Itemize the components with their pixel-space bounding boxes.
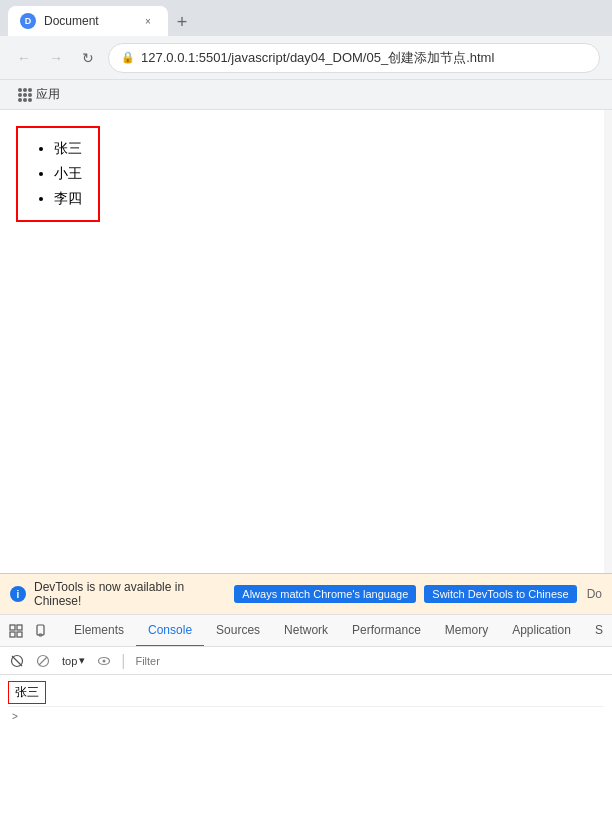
switch-language-button[interactable]: Switch DevTools to Chinese	[424, 585, 576, 603]
apps-button[interactable]: 应用	[12, 84, 66, 105]
browser-frame: D Document × + ← → ↻ 🔒 127.0.0.1:5501/ja…	[0, 0, 612, 823]
title-bar: D Document × +	[0, 0, 612, 36]
cursor-tool-icon[interactable]	[4, 619, 28, 643]
info-icon: i	[10, 586, 26, 602]
apps-grid-icon	[18, 88, 32, 102]
context-label: top	[62, 655, 77, 667]
bookmarks-bar: 应用	[0, 80, 612, 110]
svg-point-11	[103, 659, 106, 662]
tab-elements[interactable]: Elements	[62, 615, 136, 647]
tab-network[interactable]: Network	[272, 615, 340, 647]
browser-tab[interactable]: D Document ×	[8, 6, 168, 36]
tab-more[interactable]: S	[583, 615, 612, 647]
notification-text: DevTools is now available in Chinese!	[34, 580, 226, 608]
console-filter-input[interactable]	[131, 655, 606, 667]
tab-memory[interactable]: Memory	[433, 615, 500, 647]
tab-close-button[interactable]: ×	[140, 13, 156, 29]
refresh-button[interactable]: ↻	[76, 46, 100, 70]
list-item: 小王	[54, 161, 82, 186]
console-prompt-arrow[interactable]: >	[8, 711, 604, 722]
devtools-tabs: Elements Console Sources Network Perform…	[0, 615, 612, 647]
tab-application[interactable]: Application	[500, 615, 583, 647]
console-log-entry: 张三	[8, 679, 604, 707]
apps-label: 应用	[36, 86, 60, 103]
main-scrollbar[interactable]	[604, 110, 612, 573]
console-output: 张三 >	[0, 675, 612, 823]
tab-area: D Document × +	[8, 0, 196, 36]
notification-close-label[interactable]: Do	[587, 587, 602, 601]
devtools-toolbar-icons	[4, 619, 62, 643]
back-button[interactable]: ←	[12, 46, 36, 70]
forward-button[interactable]: →	[44, 46, 68, 70]
clear-console-icon[interactable]	[6, 650, 28, 672]
filter-icon[interactable]	[32, 650, 54, 672]
page-content: 张三 小王 李四	[0, 110, 612, 573]
svg-rect-2	[10, 632, 15, 637]
svg-rect-0	[10, 625, 15, 630]
tab-sources[interactable]: Sources	[204, 615, 272, 647]
list-item: 李四	[54, 186, 82, 211]
svg-rect-3	[17, 632, 22, 637]
tab-console[interactable]: Console	[136, 615, 204, 647]
console-toolbar: top ▾ |	[0, 647, 612, 675]
dropdown-arrow-icon: ▾	[79, 654, 85, 667]
new-tab-button[interactable]: +	[168, 8, 196, 36]
list-item: 张三	[54, 136, 82, 161]
devtools-panel: i DevTools is now available in Chinese! …	[0, 573, 612, 823]
console-output-value: 张三	[8, 681, 46, 704]
url-bar[interactable]: 🔒 127.0.0.1:5501/javascript/day04_DOM/05…	[108, 43, 600, 73]
url-text: 127.0.0.1:5501/javascript/day04_DOM/05_创…	[141, 49, 494, 67]
list-box: 张三 小王 李四	[16, 126, 100, 222]
item-list: 张三 小王 李四	[34, 136, 82, 212]
lock-icon: 🔒	[121, 51, 135, 64]
tab-performance[interactable]: Performance	[340, 615, 433, 647]
eye-icon[interactable]	[93, 650, 115, 672]
device-toggle-icon[interactable]	[30, 619, 54, 643]
main-content: 张三 小王 李四	[0, 110, 612, 573]
svg-line-9	[39, 657, 47, 665]
context-dropdown[interactable]: top ▾	[58, 654, 89, 667]
tab-title: Document	[44, 14, 132, 28]
devtools-notification: i DevTools is now available in Chinese! …	[0, 574, 612, 615]
address-bar: ← → ↻ 🔒 127.0.0.1:5501/javascript/day04_…	[0, 36, 612, 80]
svg-rect-1	[17, 625, 22, 630]
match-language-button[interactable]: Always match Chrome's language	[234, 585, 416, 603]
tab-favicon: D	[20, 13, 36, 29]
